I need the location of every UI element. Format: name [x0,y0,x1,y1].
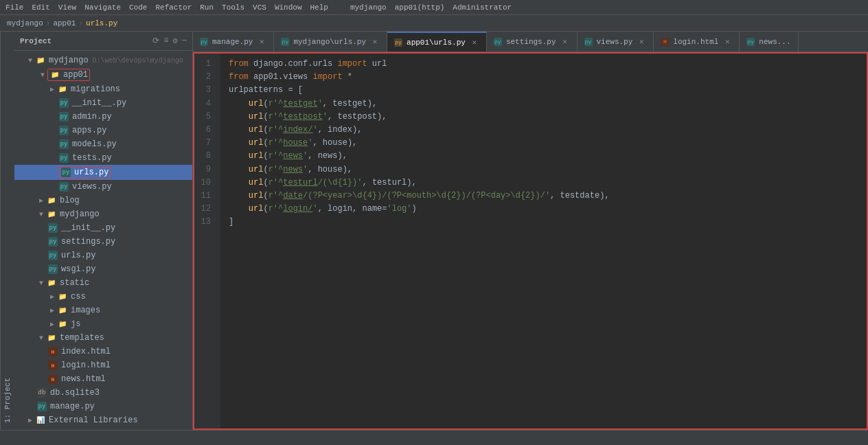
sidebar-item-manage[interactable]: py manage.py [14,400,192,413]
sidebar-label-css: css [71,292,86,301]
content-area: py manage.py ✕ py mydjango\urls.py ✕ py … [193,32,868,430]
menu-run[interactable]: Run [200,3,214,12]
tab-close-manage[interactable]: ✕ [257,37,266,46]
sidebar-item-urls[interactable]: py urls.py [14,165,192,180]
gear-icon[interactable]: ⚙ [173,36,178,46]
sidebar-label-external: External Libraries [49,415,138,425]
menu-help[interactable]: Help [310,3,328,12]
sidebar-item-blog[interactable]: ▶ 📁 blog [14,194,192,207]
html-icon-index: H [47,346,58,357]
sidebar-label-urls: urls.py [74,168,108,177]
chevron-right-icon-ext: ▶ [25,416,35,424]
sidebar-item-urls-mydjango[interactable]: py urls.py [14,249,192,262]
folder-icon: 📁 [35,55,46,66]
chevron-right-icon-css: ▶ [47,293,57,301]
sidebar-item-templates[interactable]: ▼ 📁 templates [14,331,192,345]
code-line-12: url(r'^login/', login, name='log') [229,203,860,216]
sidebar-item-tests[interactable]: py tests.py [14,151,192,165]
code-line-1: from django.conf.urls import url [229,58,860,71]
menu-app[interactable]: app01(http) [395,3,445,12]
tab-views[interactable]: py views.py ✕ [578,32,654,52]
tab-settings[interactable]: py settings.py ✕ [487,32,578,52]
sidebar-item-wsgi[interactable]: py wsgi.py [14,262,192,276]
tab-label-login-html: login.html [673,38,718,46]
menu-navigate[interactable]: Navigate [84,3,121,12]
code-line-4: url(r'^testget', testget), [229,98,860,111]
py-icon-init-mydjango: py [47,223,58,233]
tab-manage-py[interactable]: py manage.py ✕ [193,32,274,52]
menu-file[interactable]: File [5,3,23,12]
collapse-icon[interactable]: ≡ [163,36,168,46]
close-icon[interactable]: — [182,36,187,46]
sidebar-label-index-html: index.html [61,347,111,356]
tab-close-login-html[interactable]: ✕ [722,37,732,46]
sidebar-item-db[interactable]: db db.sqlite3 [14,386,192,400]
sidebar-item-models[interactable]: py models.py [14,137,192,151]
tab-label-mydjango-urls: mydjango\urls.py [293,38,366,46]
sidebar-label-urls-mydjango: urls.py [61,251,95,260]
py-icon: py [58,98,69,109]
breadcrumb-app[interactable]: app01 [53,19,76,27]
sidebar-label-app01: app01 [63,70,88,80]
tab-login-html[interactable]: H login.html ✕ [654,32,740,52]
sidebar-label-js: js [71,319,80,329]
sidebar-item-migrations[interactable]: ▶ 📁 migrations [14,82,192,96]
menu-tools[interactable]: Tools [222,3,244,12]
tab-label-settings: settings.py [506,38,556,46]
sidebar-item-images[interactable]: ▶ 📁 images [14,304,192,317]
tab-app01-urls[interactable]: py app01\urls.py ✕ [387,32,487,52]
line-numbers: 1 2 3 4 5 6 7 8 9 10 11 12 13 [193,52,220,430]
js-icon: 📁 [57,319,68,330]
sync-icon[interactable]: ⟳ [152,36,159,46]
project-tab[interactable]: 1: Project [0,32,14,430]
sqlite-icon: db [36,387,47,398]
tab-news[interactable]: py news... [740,32,798,52]
sidebar-item-login-html[interactable]: H login.html [14,358,192,372]
sidebar-item-css[interactable]: ▶ 📁 css [14,290,192,304]
tab-bar: py manage.py ✕ py mydjango\urls.py ✕ py … [193,32,868,52]
sidebar-label-init: __init__.py [72,98,126,108]
breadcrumb-project[interactable]: mydjango [7,19,43,27]
sidebar-item-mydjango-root[interactable]: ▼ 📁 mydjango D:\web\devops\mydjango [14,54,192,67]
sidebar-title: Project [20,37,52,45]
menu-refactor[interactable]: Refactor [155,3,192,12]
py-icon-manage: py [36,401,47,412]
menu-code[interactable]: Code [129,3,147,12]
tab-close-mydjango-urls[interactable]: ✕ [370,37,380,46]
menu-window[interactable]: Window [275,3,302,12]
sidebar-item-init-mydjango[interactable]: py __init__.py [14,221,192,235]
sidebar-label-mydjango: mydjango [49,56,89,65]
sidebar-item-admin[interactable]: py admin.py [14,110,192,124]
sidebar-item-views[interactable]: py views.py [14,180,192,194]
menu-edit[interactable]: Edit [32,3,49,12]
sidebar-item-apps[interactable]: py apps.py [14,124,192,137]
sidebar-label-views: views.py [72,182,112,192]
menu-project[interactable]: mydjango [350,3,387,12]
sidebar-label-migrations: migrations [71,84,120,94]
menu-vcs[interactable]: VCS [253,3,266,12]
sidebar-item-settings[interactable]: py settings.py [14,235,192,249]
chevron-right-icon-js: ▶ [47,320,57,328]
tab-close-settings[interactable]: ✕ [560,37,570,46]
sidebar-item-external[interactable]: ▶ 📊 External Libraries [14,413,192,427]
sidebar-item-index-html[interactable]: H index.html [14,345,192,358]
breadcrumb-file[interactable]: urls.py [86,19,117,27]
tab-close-views[interactable]: ✕ [637,37,646,46]
sidebar-item-init-app01[interactable]: py __init__.py [14,96,192,110]
tab-mydjango-urls[interactable]: py mydjango\urls.py ✕ [274,32,387,52]
menu-admin[interactable]: Administrator [453,3,512,12]
sidebar-item-static[interactable]: ▼ 📁 static [14,276,192,290]
menu-view[interactable]: View [58,3,76,12]
css-icon: 📁 [57,291,68,302]
sidebar-item-mydjango-pkg[interactable]: ▼ 📁 mydjango [14,207,192,221]
sidebar-item-js[interactable]: ▶ 📁 js [14,317,192,331]
code-editor[interactable]: from django.conf.urls import url from ap… [220,52,868,430]
sidebar-item-app01[interactable]: ▼ 📁 app01 [14,67,192,82]
tab-label-app01-urls: app01\urls.py [407,38,466,47]
code-line-6: url(r'^index/', index), [229,124,860,137]
editor[interactable]: 1 2 3 4 5 6 7 8 9 10 11 12 13 from djang… [193,52,868,430]
tab-close-app01-urls[interactable]: ✕ [470,38,479,47]
app01-folder-icon: 📁 [49,69,60,80]
sidebar-item-news-html[interactable]: H news.html [14,372,192,386]
tab-icon-mydjango-urls: py [281,38,289,46]
